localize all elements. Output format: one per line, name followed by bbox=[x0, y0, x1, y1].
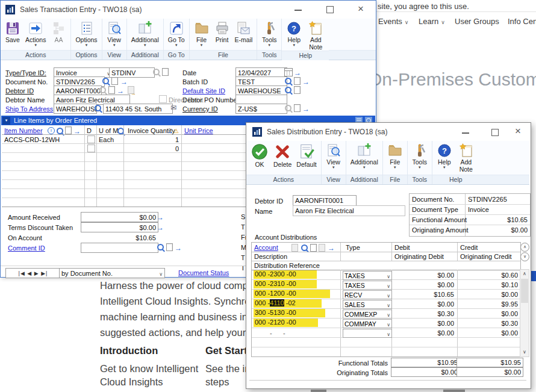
line-item-number[interactable]: ACCS-CRD-12WH bbox=[4, 136, 83, 143]
additional-button[interactable]: Additional bbox=[348, 142, 381, 169]
expand-arrow-icon[interactable] bbox=[294, 69, 301, 76]
note-icon[interactable] bbox=[108, 86, 115, 94]
scroll-down-button[interactable] bbox=[520, 348, 529, 356]
comment-id-field[interactable] bbox=[81, 243, 158, 253]
lookup-icon[interactable] bbox=[301, 244, 308, 251]
file-button[interactable]: File bbox=[385, 142, 405, 169]
default-button[interactable]: Default bbox=[294, 142, 319, 168]
scrollbar-thumb[interactable] bbox=[521, 279, 528, 303]
title-bar[interactable]: Sales Transaction Entry - TWO18 (sa) bbox=[1, 1, 376, 19]
email-button[interactable]: E-mail bbox=[232, 20, 255, 43]
minimize-button[interactable] bbox=[294, 10, 302, 11]
calendar-icon[interactable] bbox=[284, 68, 293, 76]
type-dropdown[interactable]: COMMEXP bbox=[343, 310, 392, 319]
credit-cell[interactable]: $0.60 bbox=[460, 272, 518, 279]
options-button[interactable]: Options bbox=[73, 20, 99, 47]
goto-button[interactable]: Go To bbox=[166, 20, 187, 47]
line-item-checkbox[interactable] bbox=[87, 145, 95, 152]
credit-cell[interactable]: $0.10 bbox=[460, 281, 518, 288]
type-dropdown[interactable]: TAXES bbox=[343, 281, 392, 290]
expand-arrow-icon[interactable] bbox=[117, 87, 124, 95]
credit-cell[interactable]: $9.95 bbox=[460, 300, 518, 308]
note-icon[interactable] bbox=[310, 244, 317, 252]
account-cell[interactable]: 300 -5130 -00 bbox=[254, 309, 325, 317]
title-bar[interactable]: Sales Distribution Entry - TWO18 (sa) bbox=[246, 123, 531, 141]
ship-to-address-field[interactable]: WAREHOUSE bbox=[54, 104, 97, 114]
close-button[interactable] bbox=[358, 4, 364, 14]
note-icon[interactable] bbox=[111, 77, 118, 85]
note-icon[interactable] bbox=[166, 243, 173, 251]
lookup-icon[interactable] bbox=[57, 128, 63, 134]
debit-cell[interactable]: $0.00 bbox=[394, 272, 454, 279]
note-icon[interactable] bbox=[294, 86, 301, 94]
debtor-id-field[interactable]: AARONFIT0001 bbox=[293, 195, 357, 206]
expand-arrow-icon[interactable] bbox=[175, 244, 182, 252]
terms-discount-field[interactable]: $0.00 bbox=[81, 222, 158, 232]
ship-to-street-field[interactable]: 11403 45 St. South bbox=[103, 104, 173, 114]
account-cell[interactable]: - - bbox=[270, 329, 285, 337]
tools-button[interactable]: Tools bbox=[259, 20, 279, 47]
close-button[interactable] bbox=[515, 126, 521, 136]
credit-cell[interactable]: $0.00 bbox=[460, 291, 518, 298]
lookup-icon[interactable] bbox=[285, 78, 291, 84]
type-dropdown[interactable] bbox=[343, 329, 392, 338]
credit-cell[interactable]: $0.00 bbox=[460, 310, 518, 317]
scroll-up-button[interactable] bbox=[520, 270, 529, 278]
document-status-link[interactable]: Document Status bbox=[178, 269, 229, 276]
credit-cell[interactable]: $0.30 bbox=[460, 320, 518, 327]
file-button[interactable]: File bbox=[192, 20, 212, 47]
currency-id-field[interactable]: Z-US$ bbox=[235, 104, 287, 114]
debit-cell[interactable]: $0.00 bbox=[394, 329, 454, 337]
debit-cell[interactable]: $0.30 bbox=[394, 310, 454, 317]
lookup-icon[interactable] bbox=[285, 87, 291, 93]
note-icon[interactable] bbox=[162, 68, 169, 76]
maximize-button[interactable] bbox=[326, 6, 334, 13]
debit-cell[interactable]: $0.00 bbox=[394, 300, 454, 308]
save-button[interactable]: Save bbox=[2, 20, 23, 43]
minimize-button[interactable] bbox=[462, 132, 469, 134]
ship-to-address-link[interactable]: Ship To Address bbox=[5, 105, 53, 113]
expand-arrow-icon[interactable] bbox=[328, 244, 335, 252]
help-button[interactable]: ? Help bbox=[434, 142, 455, 169]
account-cell-selected[interactable]: 000 -4110 -02 bbox=[254, 299, 322, 308]
expand-arrow-icon[interactable] bbox=[302, 105, 310, 113]
nav-item-user-groups[interactable]: User Groups bbox=[455, 17, 499, 26]
add-note-button[interactable]: Add Note bbox=[455, 142, 478, 173]
line-item-quantity[interactable]: 1 bbox=[127, 136, 179, 143]
info-icon[interactable] bbox=[48, 127, 55, 134]
note-icon[interactable] bbox=[294, 104, 301, 112]
sort-by-dropdown[interactable]: by Document No. bbox=[59, 268, 165, 278]
add-note-button[interactable]: Add Note bbox=[304, 20, 327, 51]
type-dropdown[interactable]: RECV bbox=[343, 290, 392, 299]
account-cell[interactable]: 000 -2120 -00 bbox=[254, 319, 318, 327]
type-dropdown[interactable]: COMMPAY bbox=[343, 319, 392, 328]
credit-cell[interactable]: $0.00 bbox=[460, 329, 518, 337]
debit-cell[interactable]: $0.00 bbox=[394, 320, 454, 327]
type-dropdown[interactable]: TAXES bbox=[343, 271, 392, 280]
nav-item-info-center[interactable]: Info Center bbox=[508, 17, 536, 26]
item-number-column-link[interactable]: Item Number bbox=[4, 127, 43, 134]
actions-menu-button[interactable]: Actions bbox=[23, 20, 48, 47]
envelope-icon[interactable] bbox=[170, 104, 176, 111]
expand-arrow-icon[interactable] bbox=[302, 78, 310, 86]
line-item-uom[interactable]: Each bbox=[99, 136, 122, 143]
collapse-rows-button[interactable] bbox=[520, 243, 529, 252]
amount-received-field[interactable]: $0.00 bbox=[81, 212, 158, 222]
help-button[interactable]: ? Help bbox=[284, 20, 304, 47]
account-cell[interactable]: 000 -2300 -00 bbox=[254, 270, 317, 279]
maximize-button[interactable] bbox=[491, 129, 499, 136]
note-icon[interactable] bbox=[65, 126, 72, 134]
collapse-button[interactable] bbox=[2, 117, 10, 125]
view-button[interactable]: View bbox=[104, 20, 125, 47]
lookup-icon[interactable] bbox=[95, 105, 101, 111]
type-id-field[interactable]: STDINV bbox=[109, 67, 155, 78]
lookup-icon[interactable] bbox=[157, 244, 164, 250]
expand-rows-button[interactable] bbox=[520, 252, 529, 261]
expand-arrow-icon[interactable] bbox=[120, 78, 128, 86]
default-site-id-link[interactable]: Default Site ID bbox=[182, 87, 225, 95]
delete-button[interactable]: Delete bbox=[271, 142, 294, 168]
account-cell[interactable]: 000 -2310 -00 bbox=[254, 280, 317, 288]
debit-cell[interactable]: $10.65 bbox=[394, 291, 454, 298]
nav-item-events[interactable]: Events bbox=[378, 17, 408, 26]
nav-item-learn[interactable]: Learn bbox=[419, 17, 445, 26]
